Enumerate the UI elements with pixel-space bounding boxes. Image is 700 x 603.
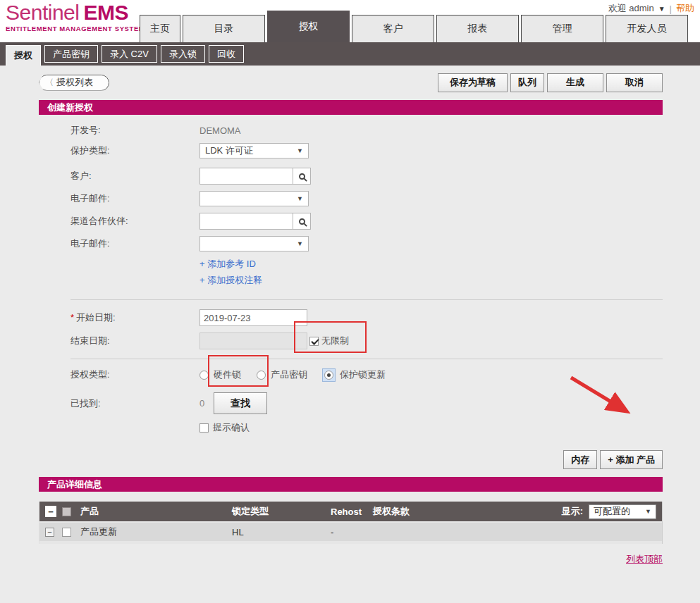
license-terms-column-header[interactable]: 授权条款: [373, 505, 562, 518]
products-table-header: − 产品 锁定类型 Rehost 授权条款 显示: 可配置的 ▼: [39, 502, 662, 521]
add-reference-id-link[interactable]: + 添加参考 ID: [199, 258, 663, 271]
nav-tab-home[interactable]: 主页: [140, 15, 180, 42]
row-expander-icon[interactable]: −: [45, 528, 54, 537]
developer-id-value: DEMOMA: [199, 125, 241, 136]
protection-type-select[interactable]: LDK 许可证 ▼: [199, 143, 309, 158]
protection-type-row: 保护类型: LDK 许可证 ▼: [70, 143, 663, 158]
required-asterisk: *: [70, 312, 74, 323]
channel-partner-input[interactable]: [199, 213, 293, 230]
channel-partner-row: 渠道合作伙伴:: [70, 213, 663, 230]
entitlement-form: 开发号: DEMOMA 保护类型: LDK 许可证 ▼ 客户: 电子邮件: ▼ …: [39, 115, 663, 434]
nav-tab-reports[interactable]: 报表: [436, 15, 519, 42]
show-filter-select[interactable]: 可配置的 ▼: [589, 504, 656, 519]
products-toolbar: 内存 + 添加 产品: [39, 450, 663, 469]
find-button[interactable]: 查找: [214, 392, 267, 414]
cancel-button-top[interactable]: 取消: [606, 73, 663, 92]
search-icon: [299, 173, 305, 180]
nav-tab-entitlements[interactable]: 授权: [267, 11, 350, 42]
radio-option-protection-key-update[interactable]: 保护锁更新: [323, 368, 386, 381]
show-filter-selected-value: 可配置的: [594, 505, 630, 518]
unlimited-checkbox-label: 无限制: [321, 335, 349, 347]
developer-id-label: 开发号:: [70, 124, 199, 137]
sentinel-ems-page: { "colors": { "brand_magenta": "#b60b64"…: [0, 0, 700, 603]
subnav-tab-product-keys[interactable]: 产品密钥: [44, 45, 98, 63]
back-to-entitlement-list-button-top[interactable]: 〈 授权列表: [39, 75, 109, 91]
main-nav: 主页 目录 授权 客户 报表 管理 开发人员: [140, 11, 688, 42]
show-filter: 显示: 可配置的 ▼: [562, 504, 662, 519]
radio-label: 保护锁更新: [340, 368, 386, 381]
chevron-down-icon: ▼: [645, 508, 651, 515]
customer-row: 客户:: [70, 168, 663, 185]
partner-email-row: 电子邮件: ▼: [70, 236, 663, 251]
protection-type-selected-value: LDK 许可证: [205, 144, 253, 157]
customer-email-select[interactable]: ▼: [199, 191, 309, 206]
row-expander-cell: −: [39, 528, 62, 537]
developer-id-row: 开发号: DEMOMA: [70, 124, 663, 137]
radio-option-product-key[interactable]: 产品密钥: [257, 368, 307, 381]
chevron-down-icon: ▼: [297, 240, 303, 247]
prompt-confirm-label: 提示确认: [213, 421, 250, 434]
logo-title: SentinelEMS: [6, 1, 145, 24]
partner-email-select[interactable]: ▼: [199, 236, 309, 251]
customer-input[interactable]: [199, 168, 293, 185]
search-icon: [299, 218, 305, 225]
logo-tagline: ENTITLEMENT MANAGEMENT SYSTEM: [6, 25, 145, 32]
top-of-list-link[interactable]: 列表顶部: [626, 554, 663, 564]
nav-tab-catalog[interactable]: 目录: [183, 15, 265, 42]
row-rehost: -: [331, 527, 373, 537]
table-row[interactable]: − 产品更新 HL -: [39, 523, 662, 541]
add-product-button[interactable]: + 添加 产品: [600, 450, 663, 469]
logo-name: Sentinel: [6, 1, 79, 24]
subnav-tab-checkin-key[interactable]: 录入锁: [161, 45, 205, 63]
radio-option-hardware-key[interactable]: 硬件锁: [199, 368, 241, 381]
prompt-confirm-row: 提示确认: [199, 421, 663, 434]
save-draft-button-top[interactable]: 保存为草稿: [438, 73, 508, 92]
end-date-label: 结束日期:: [70, 335, 199, 347]
generate-button-top[interactable]: 生成: [547, 73, 603, 92]
collapse-all-icon[interactable]: −: [45, 506, 56, 517]
lock-type-column-header[interactable]: 锁定类型: [232, 505, 331, 518]
queue-button-top[interactable]: 队列: [510, 73, 544, 92]
radio-icon[interactable]: [199, 371, 209, 380]
radio-selected-icon[interactable]: [324, 371, 333, 380]
nav-tab-customers[interactable]: 客户: [352, 15, 434, 42]
customer-email-label: 电子邮件:: [70, 192, 199, 205]
customer-search-button[interactable]: [293, 168, 311, 185]
top-toolbar: 〈 授权列表 保存为草稿 队列 生成 取消: [39, 73, 663, 92]
end-date-input: [199, 332, 307, 349]
row-checkbox[interactable]: [62, 528, 71, 537]
memory-button[interactable]: 内存: [563, 450, 597, 469]
customer-email-row: 电子邮件: ▼: [70, 191, 663, 206]
found-count: 0: [199, 398, 214, 409]
start-date-label: *开始日期:: [70, 311, 199, 324]
top-of-list-row: 列表顶部: [39, 553, 663, 566]
nav-tab-administration[interactable]: 管理: [521, 15, 603, 42]
row-lock-type: HL: [232, 527, 331, 537]
channel-partner-label: 渠道合作伙伴:: [70, 215, 199, 228]
product-column-header[interactable]: 产品: [80, 505, 232, 518]
customer-label: 客户:: [70, 170, 199, 182]
start-date-input[interactable]: [199, 309, 307, 326]
show-filter-label: 显示:: [562, 505, 583, 518]
partner-email-label: 电子邮件:: [70, 237, 199, 250]
nav-tab-developer[interactable]: 开发人员: [606, 15, 688, 42]
channel-partner-search-button[interactable]: [293, 213, 311, 230]
prompt-confirm-checkbox[interactable]: [199, 423, 209, 433]
found-label: 已找到:: [70, 397, 199, 410]
radio-label: 硬件锁: [214, 368, 241, 381]
subnav-tab-entitlements[interactable]: 授权: [6, 45, 41, 66]
sentinel-ems-logo: SentinelEMS ENTITLEMENT MANAGEMENT SYSTE…: [6, 1, 145, 32]
add-links-block: + 添加参考 ID + 添加授权注释: [199, 258, 663, 290]
create-entitlement-section-title: 创建新授权: [39, 100, 663, 115]
select-all-checkbox[interactable]: [62, 507, 71, 516]
add-entitlement-note-link[interactable]: + 添加授权注释: [199, 274, 663, 287]
radio-icon[interactable]: [257, 371, 266, 380]
radio-focus-highlight: [323, 369, 335, 381]
rehost-column-header[interactable]: Rehost: [331, 506, 373, 517]
unlimited-checkbox[interactable]: [309, 337, 319, 346]
sub-nav: 授权 产品密钥 录入 C2V 录入锁 回收: [0, 42, 700, 66]
chevron-down-icon: ▼: [297, 195, 303, 202]
product-details-section-title: 产品详细信息: [39, 477, 663, 492]
subnav-tab-revoke[interactable]: 回收: [209, 45, 244, 63]
subnav-tab-checkin-c2v[interactable]: 录入 C2V: [102, 45, 157, 63]
